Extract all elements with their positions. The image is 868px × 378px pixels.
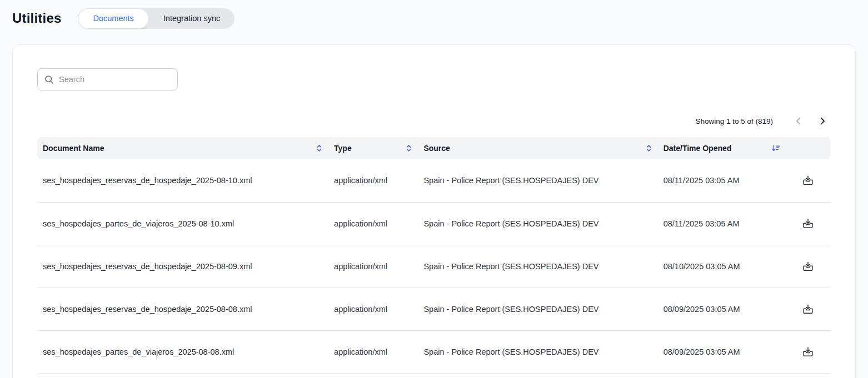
date-time-opened-cell: 08/11/2025 03:05 AM [658,202,786,245]
pagination: Showing 1 to 5 of (819) [37,114,831,128]
table-row: ses_hospedajes_reservas_de_hospedaje_202… [37,159,831,202]
sort-both-icon [645,144,652,152]
table-row: ses_hospedajes_reservas_de_hospedaje_202… [37,288,831,330]
table-row: ses_hospedajes_reservas_de_hospedaje_202… [37,245,831,288]
type-cell: application/xml [328,159,418,202]
tab-integration-sync[interactable]: Integration sync [149,8,235,29]
document-name-cell: ses_hospedajes_partes_de_viajeros_2025-0… [37,330,328,373]
download-button[interactable] [800,345,816,359]
source-cell: Spain - Police Report (SES.HOSPEDAJES) D… [418,288,657,330]
download-icon [802,304,814,314]
download-button[interactable] [800,173,816,188]
table-row: ses_hospedajes_partes_de_viajeros_2025-0… [37,202,831,245]
column-label: Type [334,144,352,153]
tab-group: Documents Integration sync [78,8,235,29]
download-icon [802,347,814,357]
top-bar: Utilities Documents Integration sync [0,0,868,29]
sort-descending-icon [771,144,780,152]
download-cell [786,159,831,202]
type-cell: application/xml [328,288,418,330]
download-icon [802,219,814,229]
column-header-document-name[interactable]: Document Name [37,137,328,159]
column-label: Document Name [43,144,104,153]
document-name-cell: ses_hospedajes_reservas_de_hospedaje_202… [37,159,328,202]
sort-both-icon [405,144,412,152]
column-header-date-time-opened[interactable]: Date/Time Opened [658,137,786,159]
pagination-next-button[interactable] [814,114,831,128]
pagination-prev-button[interactable] [790,114,806,128]
table-row: ses_hospedajes_partes_de_viajeros_2025-0… [37,330,831,373]
type-cell: application/xml [328,330,418,373]
documents-card: Showing 1 to 5 of (819) [12,44,856,378]
source-cell: Spain - Police Report (SES.HOSPEDAJES) D… [418,202,657,245]
document-name-cell: ses_hospedajes_partes_de_viajeros_2025-0… [37,202,328,245]
date-time-opened-cell: 08/09/2025 03:05 AM [658,330,786,373]
download-icon [802,261,814,271]
type-cell: application/xml [328,245,418,288]
download-cell [786,245,831,288]
source-cell: Spain - Police Report (SES.HOSPEDAJES) D… [418,330,657,373]
tab-documents[interactable]: Documents [78,8,148,29]
document-name-cell: ses_hospedajes_reservas_de_hospedaje_202… [37,245,328,288]
column-label: Date/Time Opened [664,144,732,153]
document-name-cell: ses_hospedajes_reservas_de_hospedaje_202… [37,288,328,330]
chevron-left-icon [796,117,801,125]
download-cell [786,330,831,373]
column-header-actions [786,137,831,159]
download-button[interactable] [800,216,816,231]
column-label: Source [423,144,450,153]
chevron-right-icon [820,117,825,125]
pagination-summary: Showing 1 to 5 of (819) [695,117,773,125]
sort-both-icon [316,144,323,152]
source-cell: Spain - Police Report (SES.HOSPEDAJES) D… [418,159,657,202]
date-time-opened-cell: 08/09/2025 03:05 AM [658,288,786,330]
column-header-type[interactable]: Type [328,137,418,159]
download-button[interactable] [800,259,816,274]
table-header: Document Name Type [37,137,831,159]
search-icon [44,75,54,84]
source-cell: Spain - Police Report (SES.HOSPEDAJES) D… [418,245,657,288]
document-table-body: ses_hospedajes_reservas_de_hospedaje_202… [37,159,831,373]
search-box[interactable] [37,68,178,90]
download-button[interactable] [800,302,816,316]
type-cell: application/xml [328,202,418,245]
date-time-opened-cell: 08/10/2025 03:05 AM [658,245,786,288]
search-input[interactable] [59,75,171,84]
documents-table: Document Name Type [37,137,831,374]
page-title: Utilities [12,11,61,26]
date-time-opened-cell: 08/11/2025 03:05 AM [658,159,786,202]
download-icon [802,175,814,185]
download-cell [786,202,831,245]
column-header-source[interactable]: Source [418,137,657,159]
download-cell [786,288,831,330]
